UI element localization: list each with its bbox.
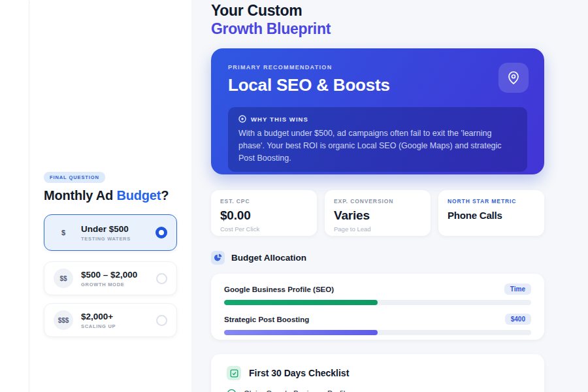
metric-label: EST. CPC xyxy=(220,198,308,204)
allocation-label: Google Business Profile (SEO) xyxy=(224,286,334,293)
budget-allocation-header: Budget Allocation xyxy=(211,251,306,265)
why-header: WHY THIS WINS xyxy=(238,115,517,123)
metric-label: NORTH STAR METRIC xyxy=(448,198,535,204)
first-30-days-card: First 30 Days Checklist Claim Google Bus… xyxy=(211,354,544,392)
checklist-header: First 30 Days Checklist xyxy=(227,366,529,380)
allocation-badge: Time xyxy=(504,284,531,295)
checklist-item-label: Claim Google Business Profile xyxy=(244,389,350,392)
page-title: Your Custom Growth Blueprint xyxy=(211,1,331,38)
question-highlight: Budget xyxy=(116,188,161,203)
why-text: With a budget under $500, ad campaigns o… xyxy=(238,127,517,164)
dollar-dollar-icon: $$ xyxy=(54,269,73,288)
option-text: Under $500 TESTING WATERS xyxy=(81,224,155,242)
allocation-badge: $400 xyxy=(505,314,531,325)
budget-option-under-500[interactable]: $ Under $500 TESTING WATERS xyxy=(44,214,177,251)
radio-unselected-icon[interactable] xyxy=(156,273,167,284)
recommendation-eyebrow: PRIMARY RECOMMENDATION xyxy=(228,64,527,71)
bullseye-icon xyxy=(238,115,246,123)
why-label: WHY THIS WINS xyxy=(251,116,308,123)
option-label: $2,000+ xyxy=(81,312,156,321)
metric-card-north-star: NORTH STAR METRIC Phone Calls xyxy=(438,190,544,236)
question-suffix: ? xyxy=(161,188,169,203)
location-pin-icon xyxy=(506,70,521,86)
recommendation-title: Local SEO & Boosts xyxy=(228,75,527,95)
metric-sublabel: Cost Per Click xyxy=(220,225,308,233)
circle-check-icon xyxy=(227,389,237,392)
question-title: Monthly Ad Budget? xyxy=(44,188,169,203)
metric-card-cpc: EST. CPC $0.00 Cost Per Click xyxy=(211,190,317,236)
blueprint-panel: Your Custom Growth Blueprint PRIMARY REC… xyxy=(191,0,588,392)
progress-fill-green xyxy=(224,300,378,305)
metric-value: $0.00 xyxy=(220,208,308,223)
checkbox-icon-tile xyxy=(227,366,241,380)
page-title-line1: Your Custom xyxy=(211,1,331,20)
budget-option-2000-plus[interactable]: $$$ $2,000+ SCALING UP xyxy=(44,303,177,337)
left-rail xyxy=(0,0,29,392)
dollar-icon: $ xyxy=(54,223,73,242)
dollar-dollar-dollar-icon: $$$ xyxy=(54,310,73,330)
option-text: $2,000+ SCALING UP xyxy=(81,312,156,329)
metrics-row: EST. CPC $0.00 Cost Per Click EXP. CONVE… xyxy=(211,190,544,236)
budget-allocation-title: Budget Allocation xyxy=(231,253,306,263)
final-question-badge: FINAL QUESTION xyxy=(44,172,105,183)
metric-label: EXP. CONVERSION xyxy=(334,198,421,204)
option-sublabel: SCALING UP xyxy=(81,323,156,329)
metric-sublabel: Page to Lead xyxy=(334,225,421,233)
why-this-wins-panel: WHY THIS WINS With a budget under $500, … xyxy=(228,107,527,172)
pie-chart-icon-tile xyxy=(211,251,225,265)
allocation-label: Strategic Post Boosting xyxy=(224,316,309,323)
metric-card-conversion: EXP. CONVERSION Varies Page to Lead xyxy=(325,190,431,236)
option-label: Under $500 xyxy=(81,224,155,234)
app-window: FINAL QUESTION Monthly Ad Budget? $ Unde… xyxy=(0,0,588,392)
budget-allocation-card: Google Business Profile (SEO) Time Strat… xyxy=(211,274,544,340)
radio-unselected-icon[interactable] xyxy=(156,315,167,326)
allocation-row-boosting: Strategic Post Boosting $400 xyxy=(224,314,531,335)
location-pin-tile xyxy=(498,63,529,93)
metric-value: Varies xyxy=(334,208,421,223)
option-sublabel: GROWTH MODE xyxy=(81,282,156,287)
radio-selected-icon[interactable] xyxy=(155,227,167,238)
option-label: $500 – $2,000 xyxy=(81,270,156,280)
budget-option-500-2000[interactable]: $$ $500 – $2,000 GROWTH MODE xyxy=(44,261,177,295)
metric-value: Phone Calls xyxy=(448,210,535,221)
progress-track xyxy=(224,330,531,335)
option-text: $500 – $2,000 GROWTH MODE xyxy=(81,270,156,287)
allocation-row-seo: Google Business Profile (SEO) Time xyxy=(224,284,531,305)
checklist-item: Claim Google Business Profile xyxy=(227,389,529,392)
pie-chart-icon xyxy=(214,253,222,262)
progress-fill-indigo xyxy=(224,330,378,335)
option-sublabel: TESTING WATERS xyxy=(81,236,155,242)
question-sidebar: FINAL QUESTION Monthly Ad Budget? $ Unde… xyxy=(30,0,191,392)
question-prefix: Monthly Ad xyxy=(44,188,116,203)
progress-track xyxy=(224,300,531,305)
primary-recommendation-card: PRIMARY RECOMMENDATION Local SEO & Boost… xyxy=(211,48,544,174)
checkbox-icon xyxy=(230,369,238,378)
checklist-title: First 30 Days Checklist xyxy=(249,368,349,378)
page-title-line2: Growth Blueprint xyxy=(211,20,331,38)
